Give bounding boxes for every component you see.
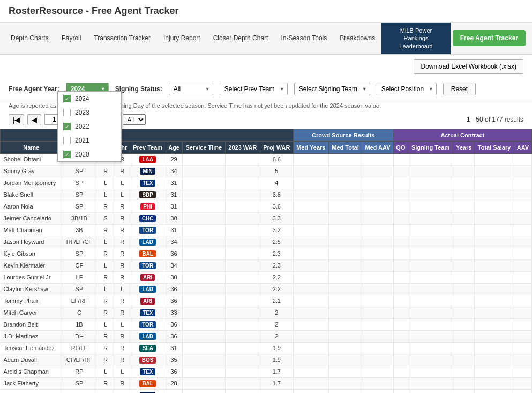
cell-total-salary xyxy=(475,342,514,354)
cell-name: Sonny Gray xyxy=(1,165,62,177)
cell-signing-team xyxy=(408,366,453,377)
cell-proj-war: 5 xyxy=(260,165,293,177)
signing-status-select[interactable]: All Signed Unsigned xyxy=(169,83,213,95)
checkbox-2023[interactable] xyxy=(63,109,71,116)
th-prev-team: Prev Team xyxy=(130,141,166,153)
first-page-button[interactable]: |◀ xyxy=(9,114,24,125)
download-button[interactable]: Download Excel Workbook (.xlsx) xyxy=(414,59,523,74)
reset-button[interactable]: Reset xyxy=(443,83,476,95)
table-row: Teoscar HernándezRF/LFRRSEA311.9 xyxy=(1,342,532,354)
nav-depth-charts[interactable]: Depth Charts xyxy=(4,27,55,49)
service-time-select[interactable]: All xyxy=(123,114,146,125)
cell-med-aav xyxy=(362,189,394,201)
cell-thr: R xyxy=(115,201,130,212)
cell-name: Jordan Montgomery xyxy=(1,177,62,189)
cell-total-salary xyxy=(475,354,514,366)
cell-qo xyxy=(393,165,408,177)
cell-qo xyxy=(393,212,408,224)
cell-war-2023 xyxy=(225,271,260,283)
cell-thr: R xyxy=(115,389,130,393)
cell-proj-war: 6.6 xyxy=(260,153,293,165)
cell-name: Jack Flaherty xyxy=(1,377,62,389)
prev-page-button[interactable]: ◀ xyxy=(27,114,41,125)
nav-breakdowns[interactable]: Breakdowns xyxy=(333,27,381,49)
cell-proj-war: 2 xyxy=(260,307,293,318)
cell-war-2023 xyxy=(225,283,260,295)
cell-age: 36 xyxy=(166,366,182,377)
position-select[interactable]: Select Position xyxy=(377,83,437,95)
cell-thr: R xyxy=(115,354,130,366)
cell-med-aav xyxy=(362,283,394,295)
nav-milb-power[interactable]: MiLB Power RankingsLeaderboard xyxy=(381,23,450,54)
prev-team-select-container[interactable]: Select Prev Team xyxy=(220,83,288,95)
th-actual-contract: Actual Contract xyxy=(393,129,531,141)
dropdown-item-2020[interactable]: 2020 xyxy=(58,147,121,161)
cell-med-total xyxy=(328,295,362,307)
cell-aav xyxy=(514,248,531,259)
cell-thr: L xyxy=(115,283,130,295)
cell-med-aav xyxy=(362,224,394,236)
cell-med-years xyxy=(293,377,328,389)
table-row: Michael A. TaylorCFRRMIN331.7 xyxy=(1,389,532,393)
signing-team-select[interactable]: Select Signing Team xyxy=(294,83,370,95)
dropdown-item-2023[interactable]: 2023 xyxy=(58,106,121,120)
checkbox-2021[interactable] xyxy=(63,137,71,144)
cell-med-aav xyxy=(362,236,394,248)
nav-transaction-tracker[interactable]: Transaction Tracker xyxy=(87,27,157,49)
cell-med-years xyxy=(293,366,328,377)
cell-prev-team: TEX xyxy=(130,366,166,377)
cell-qo xyxy=(393,283,408,295)
cell-qo xyxy=(393,201,408,212)
cell-prev-team: LAA xyxy=(130,153,166,165)
cell-qo xyxy=(393,153,408,165)
cell-med-aav xyxy=(362,389,394,393)
checkbox-2020[interactable] xyxy=(63,151,71,158)
nav-bar: Depth Charts Payroll Transaction Tracker… xyxy=(0,23,532,55)
cell-qo xyxy=(393,295,408,307)
cell-pos: LF/RF xyxy=(62,295,96,307)
prev-team-select[interactable]: Select Prev Team xyxy=(220,83,288,95)
cell-proj-war: 2.3 xyxy=(260,248,293,259)
nav-closer-depth-chart[interactable]: Closer Depth Chart xyxy=(207,27,275,49)
cell-bats: R xyxy=(96,224,115,236)
cell-pos: SP xyxy=(62,283,96,295)
cell-years xyxy=(453,189,475,201)
checkbox-2024[interactable] xyxy=(63,95,71,102)
cell-aav xyxy=(514,201,531,212)
cell-med-total xyxy=(328,377,362,389)
checkbox-2022[interactable] xyxy=(63,123,71,130)
cell-qo xyxy=(393,236,408,248)
nav-injury-report[interactable]: Injury Report xyxy=(157,27,207,49)
nav-payroll[interactable]: Payroll xyxy=(55,27,88,49)
position-select-container[interactable]: Select Position xyxy=(377,83,437,95)
cell-qo xyxy=(393,271,408,283)
cell-pos: DH xyxy=(62,330,96,342)
dropdown-item-2021[interactable]: 2021 xyxy=(58,134,121,147)
cell-aav xyxy=(514,366,531,377)
cell-age: 36 xyxy=(166,248,182,259)
cell-name: Kyle Gibson xyxy=(1,248,62,259)
cell-med-years xyxy=(293,236,328,248)
cell-med-years xyxy=(293,295,328,307)
table-row: Jordan MontgomerySPLLTEX314 xyxy=(1,177,532,189)
cell-total-salary xyxy=(475,236,514,248)
cell-prev-team: TOR xyxy=(130,318,166,330)
cell-name: Blake Snell xyxy=(1,189,62,201)
signing-team-select-container[interactable]: Select Signing Team xyxy=(294,83,370,95)
cell-pos: SP xyxy=(62,201,96,212)
results-count: 1 - 50 of 177 results xyxy=(467,116,523,123)
th-signing-team: Signing Team xyxy=(408,141,453,153)
table-row: Jeimer Candelario3B/1BSRCHC303.3 xyxy=(1,212,532,224)
cell-name: Shohei Ohtani xyxy=(1,153,62,165)
cell-total-salary xyxy=(475,307,514,318)
nav-free-agent-tracker[interactable]: Free Agent Tracker xyxy=(453,30,526,46)
dropdown-label-2021: 2021 xyxy=(75,137,89,144)
dropdown-item-2024[interactable]: 2024 xyxy=(58,92,121,106)
cell-med-total xyxy=(328,248,362,259)
cell-med-years xyxy=(293,212,328,224)
dropdown-item-2022[interactable]: 2022 xyxy=(58,120,121,134)
nav-in-season-tools[interactable]: In-Season Tools xyxy=(274,27,333,49)
th-years: Years xyxy=(453,141,475,153)
signing-status-select-container[interactable]: All Signed Unsigned xyxy=(169,83,213,95)
cell-med-total xyxy=(328,212,362,224)
